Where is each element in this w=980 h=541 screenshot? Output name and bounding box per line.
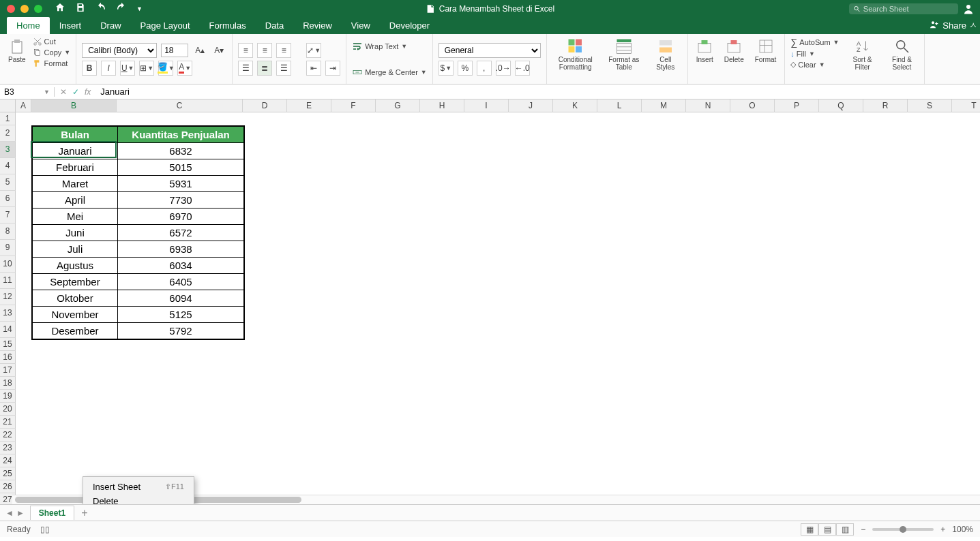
row-header-12[interactable]: 12 — [0, 289, 16, 305]
table-cell[interactable]: Januari — [33, 143, 118, 159]
row-header-10[interactable]: 10 — [0, 256, 16, 273]
column-header-T[interactable]: T — [952, 99, 980, 112]
table-cell[interactable]: November — [33, 307, 118, 323]
row-header-22[interactable]: 22 — [0, 429, 16, 442]
column-header-E[interactable]: E — [287, 99, 331, 112]
align-right-icon[interactable]: ☰ — [276, 61, 291, 76]
window-close-button[interactable] — [7, 5, 15, 13]
row-header-24[interactable]: 24 — [0, 454, 16, 467]
table-row[interactable]: November5125 — [33, 307, 244, 323]
user-icon[interactable] — [962, 3, 975, 15]
percent-icon[interactable]: % — [458, 61, 473, 76]
row-header-20[interactable]: 20 — [0, 403, 16, 416]
copy-button[interactable]: Copy▼ — [33, 48, 71, 57]
autosum-button[interactable]: ∑AutoSum▼ — [790, 37, 839, 48]
row-header-6[interactable]: 6 — [0, 191, 16, 207]
window-maximize-button[interactable] — [34, 5, 42, 13]
normal-view-icon[interactable]: ▦ — [801, 523, 818, 536]
table-row[interactable]: Oktober6094 — [33, 290, 244, 307]
name-box[interactable]: B3▼ — [0, 87, 55, 97]
format-cells-button[interactable]: Format — [752, 37, 779, 81]
format-as-table-button[interactable]: Format as Table — [604, 37, 644, 81]
table-cell[interactable]: Juni — [33, 225, 118, 241]
table-cell[interactable]: Maret — [33, 176, 118, 192]
tab-view[interactable]: View — [342, 17, 380, 34]
zoom-out-icon[interactable]: − — [861, 525, 865, 534]
table-cell[interactable]: 6832 — [118, 143, 244, 159]
currency-icon[interactable]: $▼ — [439, 61, 454, 76]
table-cell[interactable]: 5015 — [118, 159, 244, 176]
comma-icon[interactable]: , — [477, 61, 492, 76]
column-header-D[interactable]: D — [243, 99, 287, 112]
table-cell[interactable]: April — [33, 192, 118, 208]
table-cell[interactable]: 6405 — [118, 274, 244, 290]
tab-home[interactable]: Home — [7, 17, 50, 34]
add-sheet-button[interactable]: + — [74, 507, 94, 519]
redo-icon[interactable] — [116, 2, 127, 15]
page-layout-view-icon[interactable]: ▤ — [818, 523, 836, 536]
fx-icon[interactable]: fx — [85, 87, 91, 97]
search-sheet-box[interactable] — [849, 3, 958, 14]
table-cell[interactable]: 5931 — [118, 176, 244, 192]
clear-button[interactable]: ◇Clear▼ — [790, 60, 839, 69]
font-select[interactable]: Calibri (Body) — [82, 43, 157, 58]
table-cell[interactable]: 6094 — [118, 290, 244, 307]
column-header-R[interactable]: R — [863, 99, 908, 112]
table-header[interactable]: Bulan — [33, 127, 118, 143]
column-header-Q[interactable]: Q — [819, 99, 863, 112]
table-row[interactable]: Februari5015 — [33, 159, 244, 176]
sort-filter-button[interactable]: AZSort & Filter — [846, 37, 879, 81]
table-header[interactable]: Kuantitas Penjualan — [118, 127, 244, 143]
row-header-17[interactable]: 17 — [0, 364, 16, 377]
tab-draw[interactable]: Draw — [91, 17, 130, 34]
column-header-J[interactable]: J — [509, 99, 553, 112]
search-input[interactable] — [863, 5, 954, 13]
tab-review[interactable]: Review — [293, 17, 342, 34]
cancel-formula-icon[interactable]: ✕ — [60, 87, 67, 97]
table-cell[interactable]: Desember — [33, 323, 118, 339]
home-icon[interactable] — [55, 2, 65, 15]
number-format-select[interactable]: General — [439, 43, 541, 58]
increase-font-icon[interactable]: A▴ — [192, 43, 207, 58]
wrap-text-button[interactable]: Wrap Text▼ — [352, 41, 427, 52]
share-button[interactable]: Share — [942, 20, 966, 31]
column-header-I[interactable]: I — [464, 99, 509, 112]
table-cell[interactable]: September — [33, 274, 118, 290]
table-cell[interactable]: 6034 — [118, 258, 244, 274]
orientation-icon[interactable]: ⤢▼ — [306, 43, 321, 58]
context-menu-delete[interactable]: Delete — [83, 494, 194, 504]
increase-indent-icon[interactable]: ⇥ — [325, 61, 340, 76]
table-cell[interactable]: 6970 — [118, 208, 244, 225]
align-middle-icon[interactable]: ≡ — [257, 43, 272, 58]
spreadsheet-grid[interactable]: ABCDEFGHIJKLMNOPQRST 1234567891011121314… — [0, 99, 980, 504]
cell-styles-button[interactable]: Cell Styles — [649, 37, 682, 81]
column-header-N[interactable]: N — [686, 99, 730, 112]
tab-formulas[interactable]: Formulas — [200, 17, 256, 34]
align-center-icon[interactable]: ≣ — [257, 61, 272, 76]
table-cell[interactable]: Mei — [33, 208, 118, 225]
cut-button[interactable]: Cut — [33, 37, 71, 46]
table-cell[interactable]: Februari — [33, 159, 118, 176]
decrease-font-icon[interactable]: A▾ — [211, 43, 226, 58]
table-row[interactable]: Desember5792 — [33, 323, 244, 339]
insert-cells-button[interactable]: Insert — [694, 37, 716, 81]
align-top-icon[interactable]: ≡ — [238, 43, 253, 58]
column-header-C[interactable]: C — [117, 99, 243, 112]
sheet-tab-1[interactable]: Sheet1 — [30, 506, 74, 520]
column-header-M[interactable]: M — [642, 99, 686, 112]
format-painter-button[interactable]: Format — [33, 59, 71, 68]
row-header-9[interactable]: 9 — [0, 240, 16, 256]
row-header-21[interactable]: 21 — [0, 416, 16, 429]
table-cell[interactable]: Oktober — [33, 290, 118, 307]
table-cell[interactable]: 6572 — [118, 225, 244, 241]
paste-button[interactable]: Paste — [5, 37, 29, 81]
row-header-15[interactable]: 15 — [0, 338, 16, 351]
borders-button[interactable]: ⊞▼ — [139, 61, 154, 76]
tab-data[interactable]: Data — [256, 17, 293, 34]
row-header-11[interactable]: 11 — [0, 273, 16, 289]
save-icon[interactable] — [75, 2, 86, 15]
table-cell[interactable]: 7730 — [118, 192, 244, 208]
share-people-icon[interactable] — [929, 19, 940, 32]
find-select-button[interactable]: Find & Select — [886, 37, 919, 81]
table-row[interactable]: Maret5931 — [33, 176, 244, 192]
